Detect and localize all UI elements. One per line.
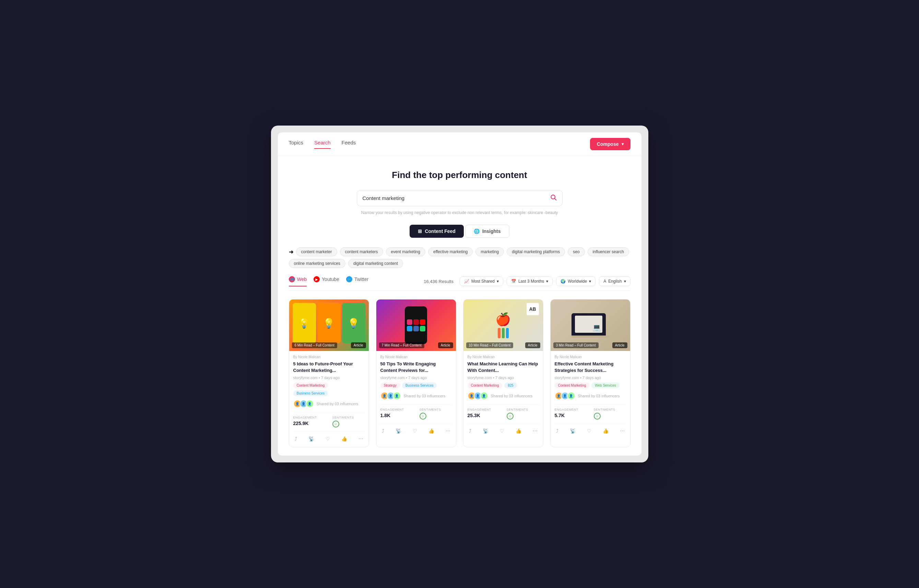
language-filter[interactable]: A English ▾	[599, 276, 630, 286]
location-filter[interactable]: 🌍 Worldwide ▾	[556, 276, 596, 286]
card-3: 🍎 AB 10 Min Read – Full Content Article	[463, 299, 543, 447]
view-tabs: ⊞ Content Feed 🌐 Insights	[289, 225, 630, 238]
card-3-rss-btn[interactable]: 📡	[481, 427, 490, 435]
search-button[interactable]	[550, 194, 557, 202]
card-4-engagement-value: 5.7K	[555, 413, 587, 418]
card-1-tag-2[interactable]: Business Services	[293, 390, 328, 396]
tag-event-marketing[interactable]: event marketing	[386, 247, 425, 256]
card-3-engagement: ENGAGEMENT 25.3K	[468, 408, 500, 420]
card-3-influencer-text: Shared by 03 influencers	[491, 394, 533, 398]
location-chevron-icon: ▾	[589, 279, 591, 284]
tag-seo[interactable]: seo	[568, 247, 585, 256]
card-3-metrics: ENGAGEMENT 25.3K SENTIMENTS ☺	[468, 404, 539, 423]
laptop-container: 💻	[572, 313, 609, 338]
card-2-rss-btn[interactable]: 📡	[394, 427, 403, 435]
trending-icon: 📈	[464, 279, 469, 284]
language-icon: A	[603, 279, 606, 284]
compose-button[interactable]: Compose ▾	[590, 138, 630, 150]
card-3-tag-2[interactable]: 825	[504, 383, 517, 388]
insights-tab[interactable]: 🌐 Insights	[465, 225, 509, 238]
card-2-title[interactable]: 50 Tips To Write Engaging Content Previe…	[380, 361, 452, 373]
tag-online-marketing-services[interactable]: online marketing services	[289, 259, 346, 268]
tag-digital-marketing-platforms[interactable]: digital marketing platforms	[507, 247, 565, 256]
globe-icon: 🌍	[560, 279, 566, 284]
card-4-engagement: ENGAGEMENT 5.7K	[555, 408, 587, 420]
most-shared-filter[interactable]: 📈 Most Shared ▾	[460, 276, 503, 286]
card-3-title[interactable]: What Machine Learning Can Help With Cont…	[468, 361, 539, 373]
card-2-tags: Strategy Business Services	[380, 383, 452, 388]
date-filter[interactable]: 📅 Last 3 Months ▾	[507, 276, 552, 286]
source-tab-twitter[interactable]: 🐦 Twitter	[346, 276, 368, 286]
card-4-rss-btn[interactable]: 📡	[569, 427, 577, 435]
search-input[interactable]	[363, 195, 550, 201]
card-2-engagement-value: 1.8K	[380, 413, 413, 418]
card-1-metrics: ENGAGEMENT 225.9K SENTIMENTS ☺	[293, 412, 365, 431]
card-1-influencer-text: Shared by 03 influencers	[317, 402, 359, 406]
laptop-display: 💻	[575, 316, 602, 333]
card-1-share-btn[interactable]: ⤴	[293, 435, 299, 443]
card-2-share-btn[interactable]: ⤴	[380, 427, 386, 435]
card-1-rss-btn[interactable]: 📡	[307, 435, 316, 443]
whatsapp-icon	[420, 326, 425, 331]
card-4-influencers: 👤 👤 👤 Shared by 03 influencers	[555, 392, 626, 400]
apple-stack: 🍎	[495, 312, 511, 338]
bulb-yellow-icon: 💡	[292, 303, 316, 343]
nav-tab-search[interactable]: Search	[314, 140, 331, 149]
card-1-heart-btn[interactable]: ♡	[324, 435, 331, 443]
source-tabs: 🌐 Web ▶ Youtube 🐦 Twitter	[289, 276, 369, 286]
card-2-thumbsup-btn[interactable]: 👍	[427, 427, 436, 435]
pencil-1	[498, 328, 501, 338]
card-1-tag-1[interactable]: Content Marketing	[293, 383, 328, 388]
card-4-tag-2[interactable]: Web Services	[591, 383, 620, 388]
card-1-sentiment-icon: ☺	[333, 421, 365, 428]
card-3-heart-btn[interactable]: ♡	[498, 427, 506, 435]
card-2-more-btn[interactable]: ⋯	[444, 427, 452, 435]
card-3-share-btn[interactable]: ⤴	[468, 427, 473, 435]
nav-tab-topics[interactable]: Topics	[289, 140, 304, 149]
card-4-author: By Nicole Malican	[555, 355, 626, 359]
card-4-source: storyfyme.com • 7 days ago	[555, 376, 626, 380]
card-2-heart-btn[interactable]: ♡	[411, 427, 418, 435]
card-1-title[interactable]: 5 Ideas to Future-Proof Your Content Mar…	[293, 361, 365, 373]
card-4-tag-1[interactable]: Content Marketing	[555, 383, 590, 388]
card-4-heart-btn[interactable]: ♡	[586, 427, 593, 435]
source-tab-web[interactable]: 🌐 Web	[289, 276, 307, 286]
card-4-thumbsup-btn[interactable]: 👍	[601, 427, 610, 435]
tag-influencer-search[interactable]: influencer search	[588, 247, 629, 256]
card-1-engagement-value: 225.9K	[293, 421, 326, 426]
twitter-icon: 🐦	[346, 276, 352, 282]
tag-content-marketer[interactable]: content marketer	[296, 247, 337, 256]
app-icons-grid	[407, 319, 425, 331]
web-icon: 🌐	[289, 276, 295, 282]
tag-content-marketers[interactable]: content marketers	[340, 247, 383, 256]
tags-arrow-icon: ➜	[289, 249, 293, 255]
card-2-tag-2[interactable]: Business Services	[402, 383, 437, 388]
nav-tab-feeds[interactable]: Feeds	[342, 140, 356, 149]
sentiment-smile-icon: ☺	[333, 421, 339, 428]
avatar-3: 👤	[306, 400, 314, 408]
card-4-image: 💻 3 Min Read – Full Content Article	[551, 299, 630, 351]
pinterest-icon	[413, 319, 419, 325]
card-4-more-btn[interactable]: ⋯	[619, 427, 626, 435]
card-1-thumbsup-btn[interactable]: 👍	[340, 435, 349, 443]
card-1-image: 💡 💡 💡 6 Min Read – Full Content Article	[289, 299, 369, 351]
filter-bar: 🌐 Web ▶ Youtube 🐦 Twitter 16,436 Results	[289, 276, 630, 291]
tag-digital-marketing-content[interactable]: digital marketing content	[348, 259, 403, 268]
results-count: 16,436 Results	[424, 279, 454, 284]
tag-marketing[interactable]: marketing	[475, 247, 504, 256]
card-3-body: By Nicole Malican What Machine Learning …	[464, 351, 543, 439]
card-1-more-btn[interactable]: ⋯	[357, 435, 365, 443]
tag-effective-marketing[interactable]: effective marketing	[428, 247, 473, 256]
card-3-thumbsup-btn[interactable]: 👍	[514, 427, 523, 435]
card-2-badge: Article	[438, 342, 453, 348]
card-2-tag-1[interactable]: Strategy	[380, 383, 400, 388]
card-4-share-btn[interactable]: ⤴	[555, 427, 560, 435]
content-feed-tab[interactable]: ⊞ Content Feed	[410, 225, 464, 238]
card-4-sentiment: SENTIMENTS ☺	[594, 408, 626, 420]
card-3-more-btn[interactable]: ⋯	[531, 427, 539, 435]
source-tab-youtube[interactable]: ▶ Youtube	[313, 276, 339, 286]
card-1-influencers: 👤 👤 👤 Shared by 03 influencers	[293, 400, 365, 408]
card-4-title[interactable]: Effective Content Marketing Strategies f…	[555, 361, 626, 373]
card-3-tag-1[interactable]: Content Marketing	[468, 383, 502, 388]
compose-chevron-icon: ▾	[622, 142, 623, 147]
